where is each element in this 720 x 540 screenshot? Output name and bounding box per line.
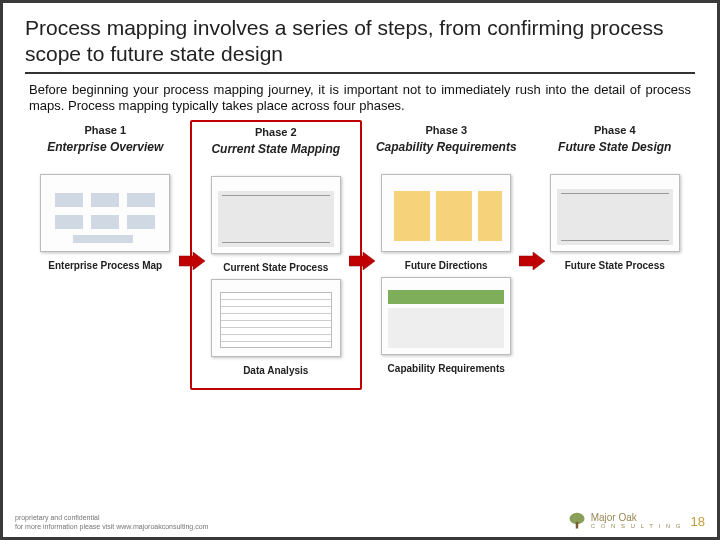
enterprise-process-map-caption: Enterprise Process Map xyxy=(48,260,162,271)
page-title: Process mapping involves a series of ste… xyxy=(25,15,695,68)
phase-4-column: Phase 4 Future State Design Future State… xyxy=(531,120,700,390)
svg-marker-1 xyxy=(349,252,375,270)
data-analysis-thumb xyxy=(211,279,341,357)
brand-top: Major Oak xyxy=(591,513,683,523)
arrow-2-icon xyxy=(349,252,375,270)
phase-3-title: Capability Requirements xyxy=(376,140,517,168)
future-directions-caption: Future Directions xyxy=(405,260,488,271)
svg-rect-4 xyxy=(575,522,578,529)
phase-1-column: Phase 1 Enterprise Overview Enterprise P… xyxy=(21,120,190,390)
footer: proprietary and confidential for more in… xyxy=(15,511,705,531)
title-box: Process mapping involves a series of ste… xyxy=(25,15,695,74)
future-state-process-caption: Future State Process xyxy=(565,260,665,271)
brand-bottom: C O N S U L T I N G xyxy=(591,523,683,529)
phase-3-label: Phase 3 xyxy=(425,124,467,136)
svg-marker-2 xyxy=(519,252,545,270)
phase-2-label: Phase 2 xyxy=(255,126,297,138)
phase-2-title: Current State Mapping xyxy=(211,142,340,170)
future-directions-thumb xyxy=(381,174,511,252)
phases-row: Phase 1 Enterprise Overview Enterprise P… xyxy=(3,118,717,390)
tree-icon xyxy=(567,511,587,531)
phase-4-title: Future State Design xyxy=(558,140,671,168)
arrow-3-icon xyxy=(519,252,545,270)
phase-2-column: Phase 2 Current State Mapping Current St… xyxy=(190,120,363,390)
phase-3-column: Phase 3 Capability Requirements Future D… xyxy=(362,120,531,390)
intro-text: Before beginning your process mapping jo… xyxy=(29,82,691,115)
enterprise-process-map-thumb xyxy=(40,174,170,252)
brand-logo: Major Oak C O N S U L T I N G xyxy=(567,511,683,531)
brand-text: Major Oak C O N S U L T I N G xyxy=(591,513,683,529)
arrow-1-icon xyxy=(179,252,205,270)
capability-requirements-caption: Capability Requirements xyxy=(388,363,505,374)
footer-right: Major Oak C O N S U L T I N G 18 xyxy=(567,511,705,531)
capability-requirements-thumb xyxy=(381,277,511,355)
future-state-process-thumb xyxy=(550,174,680,252)
footer-line1: proprietary and confidential xyxy=(15,514,208,522)
current-state-process-caption: Current State Process xyxy=(223,262,328,273)
data-analysis-caption: Data Analysis xyxy=(243,365,308,376)
phase-4-label: Phase 4 xyxy=(594,124,636,136)
page-number: 18 xyxy=(691,514,705,529)
current-state-process-thumb xyxy=(211,176,341,254)
footer-line2: for more information please visit www.ma… xyxy=(15,523,208,531)
footer-disclaimer: proprietary and confidential for more in… xyxy=(15,514,208,531)
phase-1-label: Phase 1 xyxy=(84,124,126,136)
svg-marker-0 xyxy=(179,252,205,270)
phase-1-title: Enterprise Overview xyxy=(47,140,163,168)
